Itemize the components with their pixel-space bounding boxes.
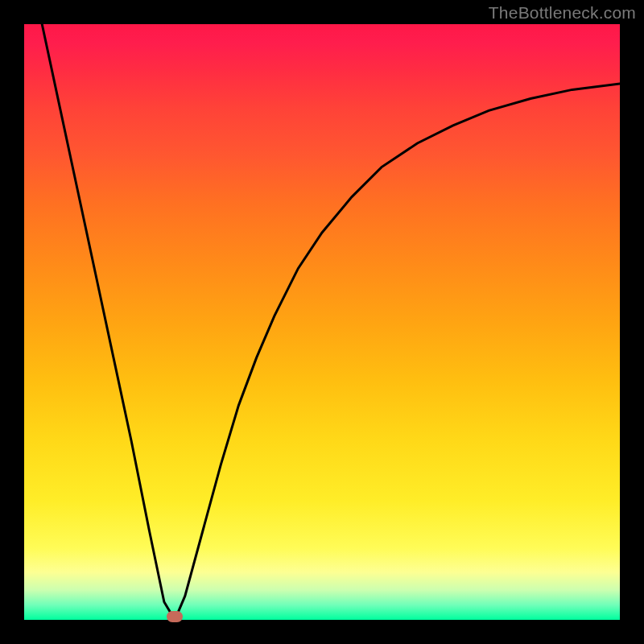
optimum-marker	[167, 611, 183, 622]
curve-path	[42, 24, 620, 620]
watermark-text: TheBottleneck.com	[489, 3, 636, 23]
curve-svg	[24, 24, 620, 620]
chart-frame: TheBottleneck.com	[0, 0, 644, 644]
plot-area	[24, 24, 620, 620]
